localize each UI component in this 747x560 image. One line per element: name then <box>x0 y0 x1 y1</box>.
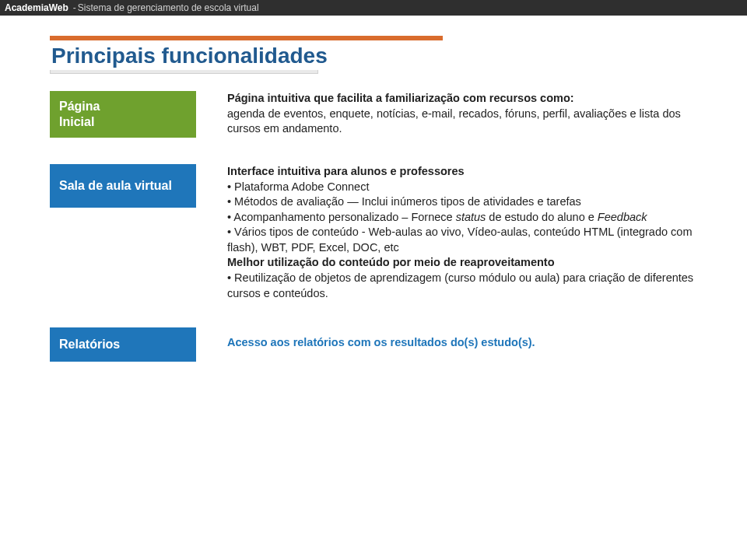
desc-sala-lead: Interface intuitiva para alunos e profes… <box>227 165 465 177</box>
accent-strip <box>50 36 443 40</box>
desc-sala-b2: • Métodos de avaliação — Inclui inúmeros… <box>227 195 581 208</box>
desc-sala-b5: • Reutilização de objetos de aprendizage… <box>227 271 693 299</box>
desc-pagina-inicial-lead: Página intuitiva que facilita a familiar… <box>227 92 574 104</box>
row-sala: Sala de aula virtual Interface intuitiva… <box>50 164 747 301</box>
label-sala: Sala de aula virtual <box>50 164 196 208</box>
desc-sala-b3-em: status <box>456 211 486 223</box>
label-pagina-inicial-line2: Inicial <box>59 115 94 128</box>
desc-relatorios: Acesso aos relatórios com os resultados … <box>196 327 747 351</box>
page-title: Principais funcionalidades <box>50 42 332 70</box>
row-relatorios: Relatórios Acesso aos relatórios com os … <box>50 327 747 362</box>
content: Página Inicial Página intuitiva que faci… <box>50 91 747 362</box>
desc-pagina-inicial: Página intuitiva que facilita a familiar… <box>196 91 747 137</box>
topbar-separator: - <box>73 2 76 13</box>
desc-sala-b1: • Plataforma Adobe Connect <box>227 180 369 193</box>
desc-sala: Interface intuitiva para alunos e profes… <box>196 164 747 301</box>
label-pagina-inicial-line1: Página <box>59 100 100 113</box>
label-pagina-inicial: Página Inicial <box>50 91 196 138</box>
label-relatorios: Relatórios <box>50 327 196 362</box>
desc-sala-b4: • Vários tipos de conteúdo - Web-aulas a… <box>227 226 692 254</box>
label-sala-text: Sala de aula virtual <box>59 178 172 194</box>
topbar-brand: AcademiaWeb <box>5 2 68 13</box>
desc-sala-b3b: de estudo do aluno e <box>486 211 598 223</box>
topbar: AcademiaWeb - Sistema de gerenciamento d… <box>0 0 747 16</box>
desc-pagina-inicial-body: agenda de eventos, enquete, notícias, e-… <box>227 107 681 135</box>
desc-sala-b3a: • Acompanhamento personalizado – Fornece <box>227 211 456 223</box>
label-relatorios-text: Relatórios <box>59 337 120 352</box>
desc-relatorios-text: Acesso aos relatórios com os resultados … <box>227 336 535 348</box>
desc-sala-sublead: Melhor utilização do conteúdo por meio d… <box>227 256 555 268</box>
row-pagina-inicial: Página Inicial Página intuitiva que faci… <box>50 91 747 138</box>
desc-sala-b3-em2: Feedback <box>598 211 647 223</box>
topbar-subtitle: Sistema de gerenciamento de escola virtu… <box>78 2 259 13</box>
